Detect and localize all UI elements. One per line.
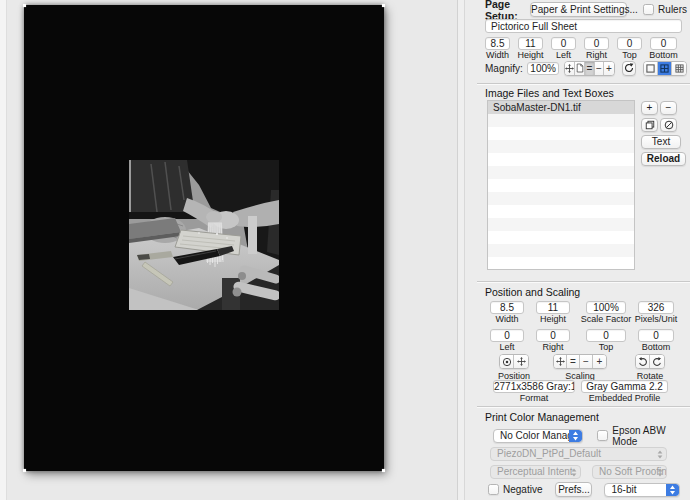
magnify-row: Magnify: 100% = − + <box>485 60 687 76</box>
color-management-dropdown[interactable]: No Color Management <box>493 429 583 443</box>
offset-left-field[interactable]: 0 <box>490 329 524 342</box>
epson-abw-checkbox[interactable] <box>597 430 608 441</box>
duplicate-image-button[interactable] <box>641 118 658 132</box>
rotate-cw-button[interactable] <box>650 355 664 368</box>
color-management-header: Print Color Management <box>485 411 599 423</box>
single-view-button[interactable] <box>644 62 658 75</box>
rotate-ccw-icon <box>638 357 648 367</box>
page-width-label: Width <box>486 50 509 60</box>
grid-3x3-icon <box>675 64 684 73</box>
image-height-label: Height <box>540 314 566 324</box>
remove-image-button[interactable]: − <box>660 101 677 115</box>
paper-print-settings-button[interactable]: Paper & Print Settings... <box>530 2 627 17</box>
scale-factor-field[interactable]: 100% <box>586 301 626 314</box>
list-item-selected[interactable]: SobaMaster-DN1.tif <box>488 101 634 114</box>
page-setup-row: Page Setup: Paper & Print Settings... Ru… <box>485 2 687 17</box>
offset-top-field[interactable]: 0 <box>586 329 626 342</box>
embedded-profile-label: Embedded Profile <box>589 393 661 403</box>
margin-top-field[interactable]: 0 <box>617 37 642 50</box>
refresh-preview-button[interactable] <box>622 61 636 76</box>
page-icon <box>576 63 584 73</box>
offset-bottom-label: Bottom <box>642 342 671 352</box>
add-image-button[interactable]: + <box>641 101 658 115</box>
section-divider <box>477 406 690 408</box>
scale-up-button[interactable]: + <box>593 355 606 368</box>
text-box-button[interactable]: Text <box>641 135 681 149</box>
magnify-field[interactable]: 100% <box>527 62 560 75</box>
pixels-per-unit-label: Pixels/Unit <box>635 314 678 324</box>
format-label: Format <box>520 393 549 403</box>
reload-button[interactable]: Reload <box>641 152 686 166</box>
scale-drag-button[interactable] <box>554 355 567 368</box>
embedded-profile-field: Gray Gamma 2.2 <box>581 380 668 393</box>
bit-depth-dropdown[interactable]: 16-bit <box>604 483 680 497</box>
print-preview-area <box>0 0 457 500</box>
page-width-field[interactable]: 8.5 <box>485 37 510 50</box>
grid-2x2-icon <box>660 64 669 73</box>
section-divider <box>477 281 690 283</box>
margin-bottom-field[interactable]: 0 <box>650 37 677 50</box>
epson-abw-label: Epson ABW Mode <box>612 425 687 447</box>
zoom-out-button[interactable]: − <box>595 62 605 75</box>
scale-factor-label: Scale Factor <box>581 314 632 324</box>
center-image-button[interactable] <box>500 355 514 368</box>
pixels-per-unit-field[interactable]: 326 <box>638 301 674 314</box>
prefs-button[interactable]: Prefs... <box>555 482 592 497</box>
control-panel: Page Setup: Paper & Print Settings... Ru… <box>465 0 690 500</box>
offset-row: 0Left 0Right 0Top 0Bottom <box>490 329 687 352</box>
rotate-cw-icon <box>652 357 662 367</box>
margin-right-field[interactable]: 0 <box>584 37 609 50</box>
negative-checkbox[interactable] <box>488 484 499 495</box>
panel-splitter[interactable] <box>457 0 465 500</box>
page-height-label: Height <box>518 50 544 60</box>
position-nudge-button[interactable] <box>514 355 528 368</box>
placed-image-graphic <box>129 160 279 310</box>
position-scaling-header: Position and Scaling <box>485 286 580 298</box>
image-width-field[interactable]: 8.5 <box>490 301 524 314</box>
margin-left-field[interactable]: 0 <box>551 37 576 50</box>
margin-right-label: Right <box>586 50 607 60</box>
page-corner-marker <box>23 4 26 7</box>
image-height-field[interactable]: 11 <box>536 301 570 314</box>
position-buttons <box>499 354 529 369</box>
pan-tool-button[interactable] <box>565 62 575 75</box>
output-row: Negative Prefs... 16-bit <box>485 482 687 497</box>
grid-3x3-view-button[interactable] <box>672 62 686 75</box>
margin-top-label: Top <box>622 50 637 60</box>
page-height-field[interactable]: 11 <box>518 37 543 50</box>
image-files-header: Image Files and Text Boxes <box>485 87 614 99</box>
page-corner-marker <box>382 4 385 7</box>
disable-image-button[interactable] <box>660 118 677 132</box>
popup-stepper-icon <box>666 484 679 496</box>
fit-page-button[interactable] <box>575 62 585 75</box>
scale-reset-button[interactable]: = <box>567 355 580 368</box>
center-target-icon <box>502 357 512 367</box>
size-row: 8.5Width 11Height 100%Scale Factor 326Pi… <box>490 301 687 324</box>
popup-stepper-icon <box>569 430 582 442</box>
paper-size-field[interactable]: Pictorico Full Sheet <box>485 19 682 33</box>
actual-size-button[interactable]: = <box>585 62 595 75</box>
print-tool-window: Page Setup: Paper & Print Settings... Ru… <box>0 0 690 500</box>
offset-right-label: Right <box>542 342 563 352</box>
placed-image[interactable] <box>129 160 279 310</box>
offset-top-label: Top <box>599 342 614 352</box>
color-mode-row: No Color Management Epson ABW Mode <box>485 428 687 443</box>
rotate-ccw-button[interactable] <box>636 355 650 368</box>
rulers-checkbox[interactable] <box>643 4 654 15</box>
section-divider <box>477 83 690 85</box>
intent-row: Perceptual Intent No Soft Proofing <box>485 465 687 479</box>
offset-bottom-field[interactable]: 0 <box>638 329 674 342</box>
zoom-in-button[interactable]: + <box>604 62 613 75</box>
preview-left-gutter <box>0 0 7 500</box>
scale-down-button[interactable]: − <box>580 355 593 368</box>
duplicate-icon <box>645 120 655 130</box>
grid-2x2-view-button[interactable] <box>658 62 672 75</box>
format-field: 2771x3586 Gray:16 <box>493 380 575 393</box>
negative-label: Negative <box>503 484 542 495</box>
print-page <box>24 5 384 471</box>
offset-right-field[interactable]: 0 <box>536 329 570 342</box>
image-file-list[interactable]: SobaMaster-DN1.tif <box>487 100 635 270</box>
popup-chevron-icon <box>657 448 663 460</box>
curve-dropdown: PiezoDN_PtPd_Default <box>490 447 667 461</box>
popup-chevron-icon <box>657 466 663 478</box>
